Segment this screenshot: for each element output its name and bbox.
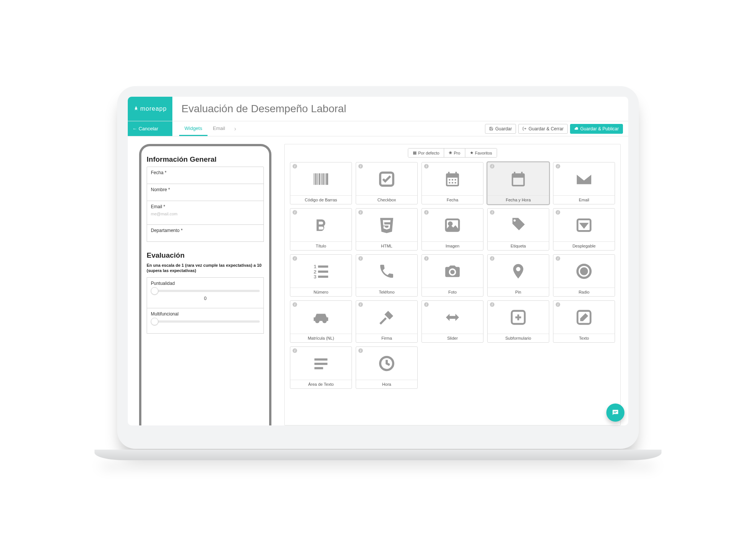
widget-html[interactable]: i HTML xyxy=(356,208,418,250)
slider-multifuncional[interactable]: Multifuncional xyxy=(147,308,264,334)
save-icon xyxy=(489,127,493,131)
svg-text:3: 3 xyxy=(314,274,316,280)
gavel-icon xyxy=(378,301,395,334)
widget-label: Teléfono xyxy=(356,288,417,296)
info-icon[interactable]: i xyxy=(490,164,494,169)
widget-label: HTML xyxy=(356,241,417,250)
save-button[interactable]: Guardar xyxy=(485,124,516,134)
widget-text[interactable]: i Texto xyxy=(553,300,615,343)
info-icon[interactable]: i xyxy=(293,302,297,307)
slider-puntualidad[interactable]: Puntualidad 0 xyxy=(147,277,264,308)
widget-radio[interactable]: i Radio xyxy=(553,254,615,297)
info-icon[interactable]: i xyxy=(358,256,363,261)
widget-barcode[interactable]: i Código de Barras xyxy=(290,162,352,204)
filter-pro[interactable]: ❀Pro xyxy=(444,148,465,157)
info-icon[interactable]: i xyxy=(556,302,560,307)
slider-track[interactable] xyxy=(151,290,260,292)
info-icon[interactable]: i xyxy=(556,210,560,215)
svg-rect-15 xyxy=(314,363,328,365)
save-close-label: Guardar & Cerrar xyxy=(528,126,564,131)
widget-filter: ▦Por defecto ❀Pro ★Favoritos xyxy=(408,148,497,158)
widget-label: Subformulario xyxy=(488,334,549,342)
info-icon[interactable]: i xyxy=(556,256,560,261)
slider-track[interactable] xyxy=(151,320,260,323)
tab-email[interactable]: Email xyxy=(208,121,231,136)
html5-icon xyxy=(378,209,395,241)
widget-label[interactable]: i Etiqueta xyxy=(487,208,549,250)
arrows-horizontal-icon xyxy=(444,301,461,334)
widget-datetime[interactable]: i Fecha y Hora xyxy=(487,162,549,204)
widget-checkbox[interactable]: i Checkbox xyxy=(356,162,418,204)
widget-time[interactable]: i Hora xyxy=(356,346,418,389)
save-label: Guardar xyxy=(495,126,512,131)
phone-icon xyxy=(378,255,395,288)
info-icon[interactable]: i xyxy=(556,164,560,169)
svg-rect-14 xyxy=(314,358,328,360)
widget-title[interactable]: i Título xyxy=(290,208,352,250)
widget-number[interactable]: i 123 Número xyxy=(290,254,352,297)
arrow-left-icon: ← xyxy=(132,126,139,131)
widget-slider[interactable]: i Slider xyxy=(421,300,483,343)
info-icon[interactable]: i xyxy=(358,210,363,215)
info-icon[interactable]: i xyxy=(358,164,363,169)
widget-image[interactable]: i Imagen xyxy=(421,208,483,250)
field-fecha[interactable]: Fecha * xyxy=(147,167,264,184)
info-icon[interactable]: i xyxy=(293,256,297,261)
svg-rect-7 xyxy=(318,265,328,268)
widget-pin[interactable]: i Pin xyxy=(487,254,549,297)
widget-label: Fecha y Hora xyxy=(488,195,549,204)
save-publish-button[interactable]: Guardar & Publicar xyxy=(570,124,623,134)
widget-label: Imagen xyxy=(422,241,483,250)
widget-label: Matrícula (NL) xyxy=(290,334,352,342)
widget-subform[interactable]: i Subformulario xyxy=(487,300,549,343)
info-icon[interactable]: i xyxy=(490,256,494,261)
info-icon[interactable]: i xyxy=(424,210,429,215)
filter-default[interactable]: ▦Por defecto xyxy=(408,148,444,157)
widget-label: Radio xyxy=(553,288,615,296)
info-icon[interactable]: i xyxy=(424,302,429,307)
svg-point-11 xyxy=(581,268,587,274)
align-left-icon xyxy=(312,347,330,380)
field-departamento[interactable]: Departamento * xyxy=(147,224,264,242)
widget-email[interactable]: i Email xyxy=(553,162,615,204)
info-icon[interactable]: i xyxy=(293,348,297,353)
barcode-icon xyxy=(312,162,330,195)
widget-label: Pin xyxy=(488,288,549,296)
email-placeholder: me@mail.com xyxy=(151,212,260,216)
car-icon xyxy=(312,301,330,334)
calendar-blank-icon xyxy=(510,162,527,195)
save-close-button[interactable]: Guardar & Cerrar xyxy=(518,124,568,134)
scale-note: En una escala de 1 (rara vez cumple las … xyxy=(147,263,264,274)
svg-rect-8 xyxy=(318,271,328,273)
widget-dropdown[interactable]: i Desplegable xyxy=(553,208,615,250)
brand-logo[interactable]: moreapp xyxy=(128,97,172,121)
info-icon[interactable]: i xyxy=(358,348,363,353)
toolbar: ← Cancelar Widgets Email › Guardar Guard… xyxy=(128,121,628,136)
cancel-button[interactable]: ← Cancelar xyxy=(128,121,172,136)
info-icon[interactable]: i xyxy=(490,302,494,307)
info-icon[interactable]: i xyxy=(424,256,429,261)
slider-thumb[interactable] xyxy=(151,287,158,295)
widget-photo[interactable]: i Foto xyxy=(421,254,483,297)
info-icon[interactable]: i xyxy=(490,210,494,215)
info-icon[interactable]: i xyxy=(293,210,297,215)
info-icon[interactable]: i xyxy=(358,302,363,307)
chat-button[interactable] xyxy=(606,404,624,422)
field-email[interactable]: Email * me@mail.com xyxy=(147,201,264,225)
info-icon[interactable]: i xyxy=(293,164,297,169)
section-title: Evaluación xyxy=(147,251,264,260)
info-icon[interactable]: i xyxy=(424,164,429,169)
widget-signature[interactable]: i Firma xyxy=(356,300,418,343)
tab-widgets[interactable]: Widgets xyxy=(179,121,208,136)
form-preview: Información General Fecha * Nombre * Ema… xyxy=(139,144,271,425)
field-nombre[interactable]: Nombre * xyxy=(147,184,264,201)
widget-licenseplate[interactable]: i Matrícula (NL) xyxy=(290,300,352,343)
tabs-next-icon[interactable]: › xyxy=(230,121,240,136)
header-bar: moreapp Evaluación de Desempeño Laboral xyxy=(128,97,628,121)
widget-phone[interactable]: i Teléfono xyxy=(356,254,418,297)
slider-thumb[interactable] xyxy=(151,318,158,325)
widget-textarea[interactable]: i Área de Texto xyxy=(290,346,352,389)
widget-label: Hora xyxy=(356,380,417,388)
filter-favorites[interactable]: ★Favoritos xyxy=(465,148,497,157)
widget-date[interactable]: i Fecha xyxy=(421,162,483,204)
